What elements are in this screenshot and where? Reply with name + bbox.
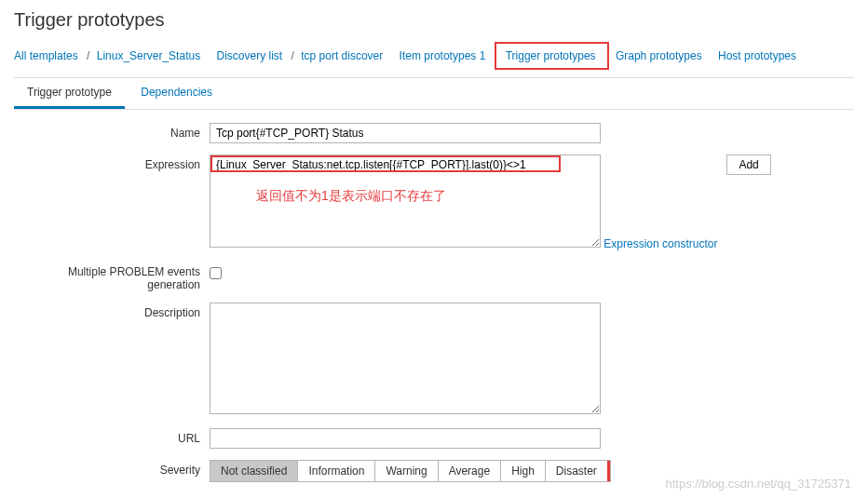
severity-high[interactable]: High [501,461,546,481]
breadcrumb-discovery-list[interactable]: Discovery list [216,49,282,62]
breadcrumb-graph-prototypes[interactable]: Graph prototypes [616,49,702,62]
severity-disaster[interactable]: Disaster [546,461,610,481]
severity-label: Severity [14,460,210,477]
multiple-problem-checkbox[interactable] [210,267,222,279]
description-textarea[interactable] [210,303,601,414]
tab-trigger-prototype[interactable]: Trigger prototype [14,78,125,109]
expression-note: 返回值不为1是表示端口不存在了 [256,188,446,205]
multiple-problem-label: Multiple PROBLEM events generation [14,262,210,291]
breadcrumb-all-templates[interactable]: All templates [14,49,78,62]
breadcrumb-trigger-prototypes-highlight: Trigger prototypes [495,42,609,70]
breadcrumb-trigger-prototypes[interactable]: Trigger prototypes [506,49,596,62]
breadcrumb-host-prototypes[interactable]: Host prototypes [718,49,796,62]
expression-add-button[interactable]: Add [726,155,770,175]
tabs: Trigger prototype Dependencies [14,78,854,110]
name-label: Name [14,123,210,140]
breadcrumb-sep: / [87,49,89,62]
breadcrumb-discovery-rule[interactable]: tcp port discover [301,49,383,62]
breadcrumb: All templates / Linux_Server_Status Disc… [14,42,854,70]
url-input[interactable] [210,428,601,449]
severity-not-classified[interactable]: Not classified [210,461,298,481]
description-label: Description [14,303,210,319]
severity-average[interactable]: Average [439,461,501,481]
expression-label: Expression [14,155,210,171]
tab-dependencies[interactable]: Dependencies [128,78,225,106]
severity-selector: Not classified Information Warning Avera… [210,460,611,482]
breadcrumb-template[interactable]: Linux_Server_Status [97,49,200,62]
name-input[interactable] [210,123,601,143]
enabled-label: Enabled [14,493,210,498]
url-label: URL [14,428,210,445]
expression-constructor-link[interactable]: Expression constructor [604,237,717,250]
breadcrumb-sep: / [292,49,294,62]
watermark: https://blog.csdn.net/qq_31725371 [666,477,852,491]
severity-warning[interactable]: Warning [375,461,438,481]
page-title: Trigger prototypes [14,9,854,31]
breadcrumb-item-prototypes[interactable]: Item prototypes 1 [400,49,486,62]
severity-information[interactable]: Information [298,461,375,481]
